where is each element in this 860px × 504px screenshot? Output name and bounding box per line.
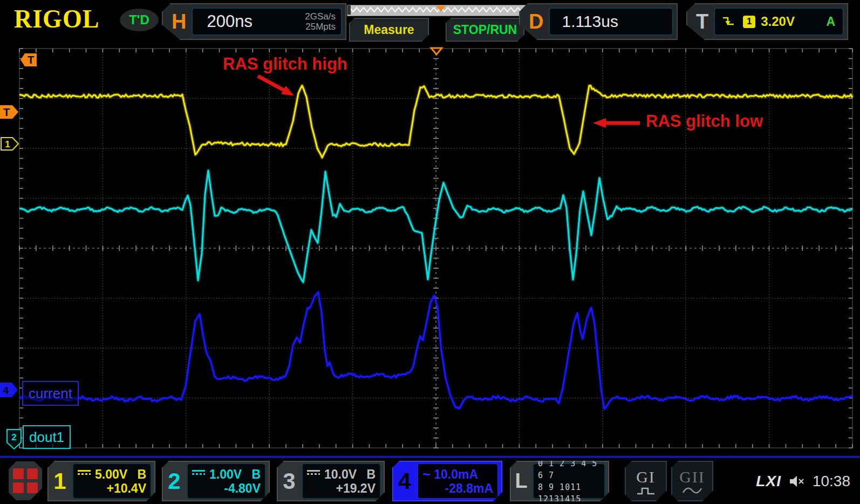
logic-channels-box: 0 1 2 3 4 5 6 7 8 9 1011 12131415: [533, 463, 605, 499]
measure-button[interactable]: Measure: [349, 18, 429, 42]
horizontal-settings-block[interactable]: H 200ns 2GSa/s 25Mpts: [162, 3, 346, 40]
generator2-button[interactable]: GII: [671, 461, 713, 501]
menu-button[interactable]: [9, 461, 42, 500]
channel1-number: 1: [47, 468, 72, 494]
memory-depth: 25Mpts: [305, 22, 336, 32]
trigger-level-marker-label: T: [3, 106, 10, 118]
timebase-value: 200ns: [207, 12, 252, 31]
trigger-source-badge: 1: [743, 16, 755, 28]
top-status-bar: RIGOL T'D H 200ns 2GSa/s 25Mpts Measure …: [0, 0, 860, 46]
dc-coupling-icon: [192, 470, 205, 478]
channel1-bandwidth: B: [137, 467, 146, 481]
square-wave-icon: [635, 486, 657, 495]
delay-value: 1.113us: [562, 12, 618, 31]
menu-square-icon: [13, 468, 24, 479]
ch2-trace-glow: [19, 171, 852, 282]
channel3-info-box: 10.0V B +19.2V: [302, 463, 381, 499]
channel2-block[interactable]: 2 1.00V B -4.80V: [162, 461, 270, 501]
ch2-trace-label[interactable]: dout1: [23, 425, 71, 449]
glitch-high-arrow-head: [281, 86, 294, 96]
horizontal-position-scrollbar[interactable]: [347, 5, 535, 16]
trigger-sweep-mode: A: [826, 15, 835, 29]
channel4-info-box: ~ 10.0mA -28.8mA: [417, 463, 499, 499]
dc-coupling-icon: [307, 470, 320, 478]
logic-channels-row1: 0 1 2 3 4 5 6 7: [538, 458, 604, 481]
channel2-info-box: 1.00V B -4.80V: [187, 463, 266, 499]
scrollbar-position-marker[interactable]: [436, 6, 446, 11]
channel3-block[interactable]: 3 10.0V B +19.2V: [277, 461, 385, 501]
status-area: LXI 10:38: [756, 459, 850, 504]
generator1-label: GI: [636, 468, 656, 486]
channel1-offset: +10.4V: [78, 481, 146, 495]
t-label: T: [696, 10, 708, 33]
rigol-logo: RIGOL: [14, 4, 99, 34]
glitch-high-arrow: [258, 76, 284, 90]
channel4-block-selected[interactable]: 4 ~ 10.0mA -28.8mA: [392, 461, 502, 501]
channel4-offset: -28.8mA: [422, 481, 493, 495]
ch1-position-marker-label: 1: [5, 139, 10, 149]
channel3-bandwidth: B: [366, 467, 376, 481]
ch2-position-marker-label: 2: [11, 432, 16, 442]
channel2-scale: 1.00V: [209, 467, 242, 481]
h-label: H: [172, 10, 186, 33]
trigger-flag-label: T: [28, 54, 34, 66]
trigger-settings-block[interactable]: T 1 3.20V A: [686, 3, 848, 40]
waveform-display-area: TT124 RAS glitch high RAS glitch low cur…: [0, 46, 860, 459]
channel2-bandwidth: B: [251, 467, 261, 481]
ch4-bottom-line: [0, 456, 860, 458]
menu-square-icon: [27, 482, 38, 493]
channel1-block[interactable]: 1 5.00V B +10.4V: [47, 461, 155, 501]
trigger-status-badge: T'D: [120, 9, 159, 31]
acquisition-info: 2GSa/s 25Mpts: [305, 11, 336, 32]
ch4-position-marker-label: 4: [3, 385, 9, 396]
menu-square-icon: [27, 468, 38, 479]
scrollbar-zigzag: [347, 5, 533, 15]
channel4-number: 4: [392, 468, 417, 494]
ac-coupling-icon: ~: [422, 469, 431, 480]
logic-channels-row2: 8 9 1011 12131415: [538, 481, 604, 504]
channel3-offset: +19.2V: [307, 481, 376, 495]
sample-rate: 2GSa/s: [305, 11, 336, 22]
delay-settings-block[interactable]: D 1.113us: [519, 3, 678, 40]
falling-edge-icon: [721, 16, 735, 28]
clock: 10:38: [813, 473, 850, 490]
delay-box: 1.113us: [549, 8, 673, 36]
annotation-glitch-high: RAS glitch high: [223, 55, 347, 74]
channel3-number: 3: [277, 468, 302, 494]
sine-wave-icon: [681, 486, 703, 495]
menu-square-icon: [13, 482, 24, 493]
channel1-scale: 5.00V: [95, 467, 127, 481]
channel2-number: 2: [162, 468, 187, 494]
ch4-position-marker[interactable]: [0, 383, 18, 397]
glitch-low-arrow-head: [593, 118, 606, 128]
stop-run-button[interactable]: STOP/RUN: [446, 18, 524, 42]
trigger-level-value: 3.20V: [761, 14, 795, 29]
channel2-offset: -4.80V: [192, 481, 261, 495]
speaker-muted-icon[interactable]: [789, 474, 805, 488]
scope-canvas: TT124: [0, 46, 860, 459]
lxi-logo: LXI: [756, 473, 781, 490]
d-label: D: [529, 10, 543, 33]
generator2-label: GII: [679, 468, 705, 486]
logic-analyzer-block[interactable]: L 0 1 2 3 4 5 6 7 8 9 1011 12131415: [510, 461, 609, 501]
channel1-info-box: 5.00V B +10.4V: [72, 463, 152, 499]
channel3-scale: 10.0V: [324, 467, 357, 481]
ch4-trace-label[interactable]: current: [22, 381, 79, 406]
timebase-box: 200ns 2GSa/s 25Mpts: [192, 8, 342, 36]
channel4-scale: 10.0mA: [434, 467, 478, 481]
bottom-status-bar: 1 5.00V B +10.4V 2 1.00V B -4.80V 3 10.0…: [0, 459, 860, 504]
trigger-position-triangle[interactable]: [431, 48, 442, 55]
annotation-glitch-low: RAS glitch low: [646, 112, 763, 131]
logic-label: L: [510, 469, 533, 493]
dc-coupling-icon: [78, 470, 91, 478]
scrollbar-endcap: [347, 5, 351, 15]
generator1-button[interactable]: GI: [625, 461, 667, 501]
trigger-box: 1 3.20V A: [714, 8, 844, 36]
